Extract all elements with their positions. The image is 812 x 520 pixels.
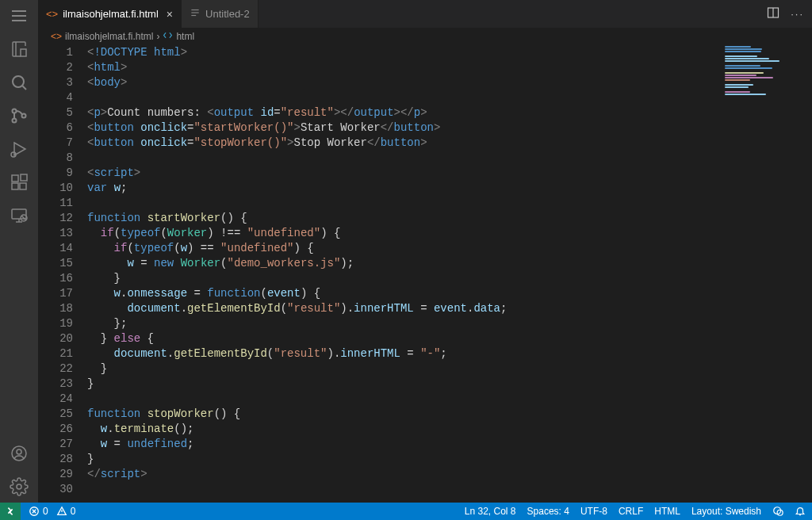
tab-file-1[interactable]: <> ilmaisohjelmat.fi.html × (38, 0, 182, 28)
chevron-right-icon: › (156, 31, 159, 42)
svg-rect-10 (12, 175, 18, 182)
text-file-icon (190, 7, 201, 21)
run-debug-icon[interactable] (10, 140, 29, 159)
tab-file-2[interactable]: Untitled-2 (182, 0, 259, 28)
encoding[interactable]: UTF-8 (580, 506, 607, 517)
tab-bar: <> ilmaisohjelmat.fi.html × Untitled-2 ·… (38, 0, 812, 28)
eol[interactable]: CRLF (619, 506, 643, 517)
svg-point-6 (13, 119, 17, 123)
accounts-icon[interactable] (10, 444, 29, 463)
line-number-gutter: 1234567891011121314151617181920212223242… (38, 45, 87, 503)
problems-warnings[interactable]: 0 (56, 506, 76, 517)
svg-point-21 (17, 484, 21, 489)
svg-point-3 (13, 76, 24, 87)
extensions-icon[interactable] (10, 173, 29, 192)
cursor-position[interactable]: Ln 32, Col 8 (465, 506, 516, 517)
tab-label: ilmaisohjelmat.fi.html (63, 8, 159, 20)
svg-point-5 (13, 109, 17, 113)
svg-rect-12 (20, 183, 26, 189)
settings-gear-icon[interactable] (10, 477, 29, 496)
activity-bar (0, 0, 38, 503)
minimap[interactable] (717, 45, 812, 124)
symbol-icon (163, 30, 173, 43)
code-content[interactable]: <!DOCTYPE html><html><body> <p>Count num… (87, 45, 812, 503)
code-editor[interactable]: 1234567891011121314151617181920212223242… (38, 45, 812, 503)
breadcrumb-file: ilmaisohjelmat.fi.html (65, 31, 153, 42)
breadcrumb-symbol: html (176, 31, 194, 42)
tab-label: Untitled-2 (205, 8, 250, 20)
close-icon[interactable]: × (167, 8, 173, 21)
keyboard-layout[interactable]: Layout: Swedish (691, 506, 761, 517)
svg-point-20 (17, 449, 21, 454)
feedback-icon[interactable] (772, 506, 783, 517)
language-mode[interactable]: HTML (654, 506, 680, 517)
html-file-icon: <> (46, 8, 58, 20)
more-actions-icon[interactable]: ··· (791, 8, 804, 20)
breadcrumbs[interactable]: <> ilmaisohjelmat.fi.html › html (38, 28, 812, 45)
source-control-icon[interactable] (10, 106, 29, 125)
status-bar: 0 0 Ln 32, Col 8 Spaces: 4 UTF-8 CRLF HT… (0, 503, 812, 520)
explorer-icon[interactable] (10, 40, 29, 59)
svg-rect-11 (12, 183, 18, 189)
svg-rect-13 (21, 174, 27, 181)
problems-errors[interactable]: 0 (29, 506, 48, 517)
search-icon[interactable] (10, 73, 29, 92)
remote-explorer-icon[interactable] (10, 206, 29, 225)
menu-icon[interactable] (10, 6, 29, 25)
svg-line-18 (21, 216, 26, 220)
svg-line-4 (23, 86, 27, 90)
split-editor-icon[interactable] (767, 6, 779, 21)
indentation[interactable]: Spaces: 4 (527, 506, 569, 517)
svg-rect-14 (12, 209, 26, 219)
html-file-icon: <> (51, 31, 62, 42)
notifications-icon[interactable] (795, 506, 806, 517)
svg-point-7 (22, 114, 26, 118)
remote-indicator[interactable] (0, 503, 21, 520)
editor-area: <> ilmaisohjelmat.fi.html × Untitled-2 ·… (38, 0, 812, 503)
